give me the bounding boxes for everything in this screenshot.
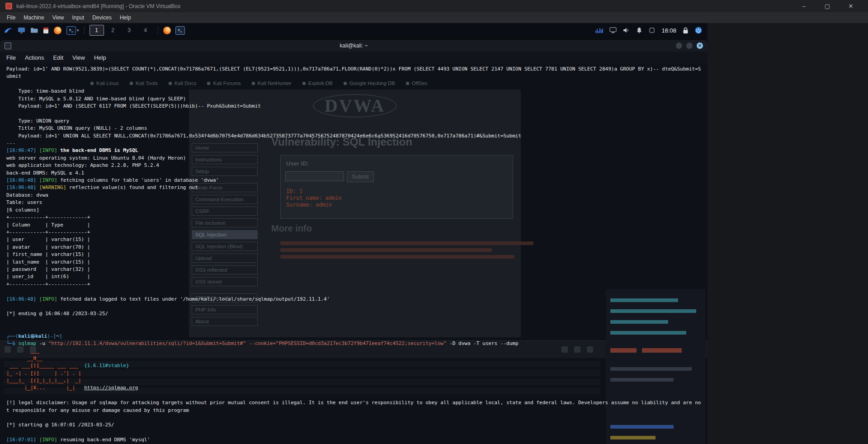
terminal-window: kali@kali: ~ ✕ FileActionsEditViewHelp K… [0,40,708,444]
terminal-line: [16:06:47] [INFO] the back-end DBMS is M… [6,147,701,154]
firefox-launcher-icon[interactable] [54,25,61,35]
vbox-menu-input[interactable]: Input [68,13,89,22]
terminal-line: | password | varchar(32) | [6,266,701,273]
terminal-menu-actions[interactable]: Actions [21,53,50,62]
terminal-line: | avatar | varchar(70) | [6,244,701,251]
terminal-line: ┌──(kali㉿kali)-[~] [6,333,701,340]
terminal-line: [16:06:48] [WARNING] reflective value(s)… [6,184,701,191]
workspace-button-1[interactable]: 1 [90,25,104,36]
terminal-minimize-button[interactable] [676,43,682,49]
terminal-maximize-button[interactable] [686,43,693,49]
terminal-line: [6 columns] [6,207,701,214]
terminal-line [6,303,701,310]
vbox-maximize-button[interactable]: ▢ [824,3,831,9]
terminal-titlebar-icon [5,43,11,49]
vm-side-backdrop [708,23,868,444]
terminal-line: | user | varchar(15) | [6,236,701,243]
terminal-line: [*] ending @ 16:06:48 /2023-03-25/ [6,310,701,317]
vbox-menu-view[interactable]: View [48,13,68,22]
vbox-menubar: FileMachineViewInputDevicesHelp [0,12,868,24]
vbox-close-button[interactable]: ✕ [847,3,854,9]
terminal-menu-help[interactable]: Help [90,53,112,62]
terminal-close-button[interactable]: ✕ [697,43,703,49]
terminal-line: Payload: id=1' UNION ALL SELECT NULL,CON… [6,132,701,140]
vbox-window-controls: – ▢ ✕ [800,3,863,9]
terminal-title: kali@kali: ~ [0,43,708,49]
terminal-line: [!] legal disclaimer: Usage of sqlmap fo… [6,399,701,414]
terminal-line: |_|V... |_| https://sqlmap.org [6,384,701,392]
terminal-output: Payload: id=1' AND ROW(9521,3839)>(SELEC… [0,63,708,444]
terminal-line: --- [6,140,701,147]
workspace-button-3[interactable]: 3 [122,25,137,36]
terminal-menu-file[interactable]: File [3,53,21,62]
vbox-titlebar: kali-linux-2022.4-virtualbox-amd64 [Runn… [0,0,868,13]
tray-network-icon[interactable] [649,25,655,35]
vbox-window-title: kali-linux-2022.4-virtualbox-amd64 [Runn… [16,3,796,9]
vbox-menu-machine[interactable]: Machine [19,13,48,22]
vbox-menu-help[interactable]: Help [116,13,135,22]
terminal-line: Payload: id=1' AND ROW(9521,3839)>(SELEC… [6,66,701,80]
terminal-menubar: FileActionsEditViewHelp [0,52,708,63]
terminal-line: __H__ [6,355,701,362]
terminal-line: [*] starting @ 16:07:01 /2023-03-25/ [6,421,701,429]
terminal-line: |_ -| . [)] | .'| . | [6,370,701,377]
kali-logo-icon[interactable] [4,25,13,35]
terminal-line: ___ [6,347,701,354]
terminal-line [6,325,701,332]
vbox-minimize-button[interactable]: – [800,3,807,9]
tray-volume-icon[interactable] [623,25,630,35]
terminal-line [6,288,701,295]
document-launcher-icon[interactable] [43,25,49,35]
panel-clock[interactable]: 16:08 [661,27,676,34]
tray-display-icon[interactable] [609,25,617,35]
terminal-window-controls: ✕ [676,43,703,49]
virtualbox-window: kali-linux-2022.4-virtualbox-amd64 [Runn… [0,0,868,444]
terminal-line: | user_id | int(6) | [6,273,701,280]
terminal-line: Title: MySQL UNION query (NULL) - 2 colu… [6,125,701,132]
terminal-line [6,429,701,436]
terminal-line: [16:07:01] [INFO] resuming back-end DBMS… [6,436,701,444]
kali-panel: >_▾ 1234 >_ [0,23,708,38]
vbox-menu-file[interactable]: File [3,13,19,22]
terminal-titlebar[interactable]: kali@kali: ~ ✕ [0,40,708,52]
panel-separator [84,26,85,34]
firefox-window-icon[interactable] [163,25,171,35]
terminal-line: [16:06:48] [INFO] fetching columns for t… [6,177,701,184]
file-manager-icon[interactable] [30,25,38,35]
terminal-menu-view[interactable]: View [69,53,90,62]
terminal-launcher-icon[interactable]: >_▾ [66,25,79,35]
terminal-menu-edit[interactable]: Edit [50,53,69,62]
terminal-line: Title: MySQL ≥ 5.0.12 AND time-based bli… [6,95,701,103]
terminal-line: ___ ___[)]_____ ___ ___ {1.6.11#stable} [6,362,701,369]
panel-separator [158,26,158,34]
terminal-line: +------------+-------------+ [6,229,701,236]
terminal-line: |___|_ [(]_|_|_|__,| _| [6,377,701,384]
terminal-content[interactable]: Kali LinuxKali ToolsKali DocsKali Forums… [0,63,708,444]
terminal-line: | first_name | varchar(15) | [6,251,701,258]
vbox-menu-devices[interactable]: Devices [88,13,116,22]
workspace-button-2[interactable]: 2 [106,25,120,36]
terminal-line: web server operating system: Linux Ubunt… [6,155,701,162]
terminal-line: Payload: id=1' AND (SELECT 6117 FROM (SE… [6,103,701,110]
terminal-line: Type: UNION query [6,118,701,125]
terminal-line [6,318,701,325]
terminal-line [6,80,701,88]
terminal-line: | last_name | varchar(15) | [6,259,701,266]
terminal-line [6,414,701,421]
terminal-line: | Column | Type | [6,222,701,229]
tray-lock-icon[interactable] [683,25,689,35]
launcher-dropdown-chevron-icon[interactable]: ▾ [77,28,79,33]
terminal-line: Type: time-based blind [6,88,701,95]
display-launcher-icon[interactable] [18,25,25,35]
vm-display: >_▾ 1234 >_ [0,23,708,444]
terminal-window-icon[interactable]: >_ [175,25,185,35]
tray-power-icon[interactable] [695,25,702,35]
terminal-line: Database: dvwa [6,192,701,199]
terminal-line: [16:06:48] [INFO] fetched data logged to… [6,296,701,303]
tray-bell-icon[interactable] [636,25,642,35]
terminal-line: web application technology: Apache 2.2.8… [6,162,701,169]
panel-tray: 16:08 [595,25,704,35]
terminal-line [6,392,701,399]
workspace-button-4[interactable]: 4 [138,25,153,36]
terminal-line: +------------+-------------+ [6,214,701,221]
